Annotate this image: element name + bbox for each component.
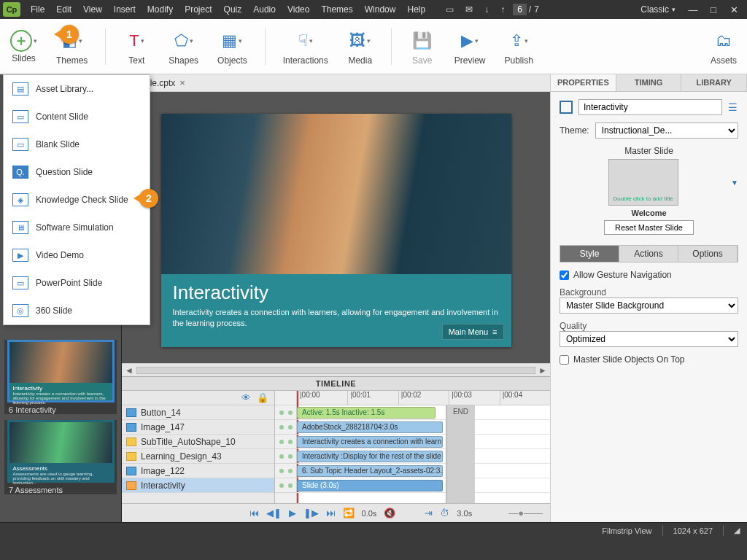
loop-icon[interactable]: 🔁 bbox=[343, 508, 355, 518]
ribbon-assets-label: Assets bbox=[711, 55, 737, 66]
chevron-down-icon[interactable]: ▼ bbox=[731, 179, 738, 187]
ontop-checkbox[interactable]: Master Slide Objects On Top bbox=[560, 354, 738, 365]
thumb-6[interactable]: InteractivityInteractivity creates a con… bbox=[4, 340, 117, 414]
dd-asset-library[interactable]: ▤Asset Library... bbox=[4, 75, 150, 103]
dd-powerpoint[interactable]: ▭PowerPoint Slide bbox=[4, 269, 150, 297]
workspace-switcher[interactable]: Classic▾ bbox=[633, 4, 683, 15]
upload-icon[interactable]: ↑ bbox=[495, 4, 511, 15]
rewind-end-icon[interactable]: ⏭ bbox=[326, 508, 336, 518]
ribbon-media[interactable]: 🖼▾ Media bbox=[341, 25, 379, 69]
tab-library[interactable]: LIBRARY bbox=[681, 74, 747, 91]
subtab-options[interactable]: Options bbox=[678, 246, 738, 262]
menu-themes[interactable]: Themes bbox=[315, 4, 358, 15]
layout-icon[interactable]: ▭ bbox=[440, 4, 460, 15]
question-icon: Q. bbox=[12, 166, 28, 179]
zoom-slider[interactable]: —●—— bbox=[508, 508, 543, 518]
menu-modify[interactable]: Modify bbox=[142, 4, 179, 15]
gesture-checkbox[interactable]: Allow Gesture Navigation bbox=[560, 270, 738, 280]
interactions-icon: ☟▾ bbox=[293, 28, 319, 54]
master-preview[interactable]: Double click to add title bbox=[608, 159, 678, 206]
mail-icon[interactable]: ✉ bbox=[460, 4, 479, 15]
play-icon[interactable]: ▶ bbox=[289, 508, 296, 518]
menu-audio[interactable]: Audio bbox=[247, 4, 282, 15]
canvas-dims: 1024 x 627 bbox=[673, 526, 713, 535]
ribbon-shapes[interactable]: ⬠▾ Shapes bbox=[163, 25, 204, 69]
sphere-icon: ◎ bbox=[12, 304, 28, 317]
download-icon[interactable]: ↓ bbox=[479, 4, 495, 15]
timeline-bar[interactable]: Interactivity :Display for the rest of t… bbox=[297, 451, 443, 462]
close-icon[interactable]: ✕ bbox=[724, 2, 744, 17]
menu-edit[interactable]: Edit bbox=[50, 4, 77, 15]
step-fwd-icon[interactable]: ❚▶ bbox=[303, 508, 319, 518]
dd-question-slide[interactable]: Q.Question Slide bbox=[4, 158, 150, 186]
tab-timing[interactable]: TIMING bbox=[616, 74, 682, 91]
eye-icon[interactable]: 👁 bbox=[241, 392, 251, 403]
dd-knowledge-check[interactable]: ◈Knowledge Check Slide 2 bbox=[4, 186, 150, 214]
quality-select[interactable]: Optimized bbox=[560, 331, 738, 347]
tab-properties[interactable]: PROPERTIES bbox=[551, 74, 616, 91]
canvas[interactable]: Interactivity Interactivity creates a co… bbox=[122, 92, 550, 363]
timeline-bar[interactable]: Active: 1.5s Inactive: 1.5s bbox=[297, 407, 436, 419]
theme-select[interactable]: Instructional_De... bbox=[595, 122, 738, 139]
timeline-bar[interactable]: Interactivity creates a connection with … bbox=[297, 436, 443, 448]
menu-window[interactable]: Window bbox=[359, 4, 402, 15]
ribbon-save[interactable]: 💾 Save bbox=[403, 25, 441, 69]
ribbon-text[interactable]: T▾ Text bbox=[117, 25, 155, 69]
ribbon-interactions-label: Interactions bbox=[283, 55, 328, 66]
dd-software-sim[interactable]: 🖥Software Simulation bbox=[4, 214, 150, 241]
menu-project[interactable]: Project bbox=[179, 4, 217, 15]
resize-grip-icon[interactable]: ◢ bbox=[734, 526, 740, 535]
menu-quiz[interactable]: Quiz bbox=[218, 4, 248, 15]
timeline-bar[interactable]: Slide (3.0s) bbox=[297, 480, 443, 491]
timeline-header: TIMELINE bbox=[122, 377, 550, 391]
step-back-icon[interactable]: ◀❚ bbox=[266, 508, 282, 518]
dd-video-demo[interactable]: ▶Video Demo bbox=[4, 241, 150, 269]
ribbon-objects[interactable]: ▦▾ Objects bbox=[212, 25, 253, 69]
ribbon-interactions[interactable]: ☟▾ Interactions bbox=[277, 25, 334, 69]
ribbon-media-label: Media bbox=[348, 55, 372, 66]
menu-view[interactable]: View bbox=[77, 4, 108, 15]
dd-content-slide[interactable]: ▭Content Slide bbox=[4, 103, 150, 131]
panel-menu-icon[interactable]: ☰ bbox=[728, 101, 738, 113]
mute-icon[interactable]: 🔇 bbox=[384, 508, 395, 518]
h-scrollbar[interactable]: ◄► bbox=[122, 363, 550, 376]
minimize-icon[interactable]: — bbox=[683, 2, 703, 17]
menu-video[interactable]: Video bbox=[282, 4, 315, 15]
background-select[interactable]: Master Slide Background bbox=[560, 298, 738, 314]
timeline-row[interactable]: SubTitle_AutoShape_10 bbox=[122, 435, 274, 449]
reset-master-button[interactable]: Reset Master Slide bbox=[604, 220, 694, 235]
dd-blank-slide[interactable]: ▭Blank Slide bbox=[4, 131, 150, 158]
ribbon-slides[interactable]: ＋▾ Slides bbox=[4, 27, 43, 66]
main-menu-button[interactable]: Main Menu≡ bbox=[442, 324, 504, 340]
preview-icon: ▶▾ bbox=[457, 28, 483, 54]
subtab-actions[interactable]: Actions bbox=[619, 246, 678, 262]
timeline-row[interactable]: Button_14 bbox=[122, 405, 274, 420]
rewind-start-icon[interactable]: ⏮ bbox=[249, 508, 259, 518]
ribbon-slides-label: Slides bbox=[12, 53, 36, 63]
timer-icon[interactable]: ⏱ bbox=[440, 508, 449, 518]
timeline-row[interactable]: Image_147 bbox=[122, 420, 274, 435]
subtab-style[interactable]: Style bbox=[560, 246, 619, 262]
timeline-bar[interactable]: 6. Sub Topic Header Layout_2-assets-02:3… bbox=[297, 465, 443, 477]
menu-file[interactable]: File bbox=[25, 4, 50, 15]
page-current[interactable]: 6 bbox=[513, 4, 527, 15]
timeline-tracks[interactable]: |00:00|00:01|00:02|00:03|00:04 Active: 1… bbox=[297, 391, 550, 503]
thumb-7[interactable]: AssessmentsAssessments are used to gauge… bbox=[4, 420, 117, 494]
timeline-row[interactable]: Learning_Design_43 bbox=[122, 449, 274, 464]
menu-insert[interactable]: Insert bbox=[108, 4, 142, 15]
timeline-bar[interactable]: AdobeStock_288218704:3.0s bbox=[297, 421, 443, 433]
ribbon: ＋▾ Slides ◧▾ Themes T▾ Text ⬠▾ Shapes ▦▾… bbox=[0, 19, 747, 74]
tab-close-icon[interactable]: × bbox=[179, 77, 185, 88]
ribbon-assets[interactable]: 🗂 Assets bbox=[705, 25, 743, 69]
snap-icon[interactable]: ⇥ bbox=[425, 508, 433, 518]
timeline-row[interactable]: Image_122 bbox=[122, 464, 274, 478]
ribbon-publish[interactable]: ⇪▾ Publish bbox=[498, 25, 538, 69]
dd-360-slide[interactable]: ◎360 Slide bbox=[4, 297, 150, 324]
lock-icon[interactable]: 🔒 bbox=[257, 392, 268, 403]
menu-help[interactable]: Help bbox=[401, 4, 431, 15]
ribbon-preview[interactable]: ▶▾ Preview bbox=[449, 25, 492, 69]
object-name-input[interactable] bbox=[578, 99, 722, 115]
maximize-icon[interactable]: □ bbox=[703, 2, 724, 17]
timeline-row[interactable]: Interactivity bbox=[122, 478, 274, 493]
layer-icon bbox=[126, 481, 136, 490]
